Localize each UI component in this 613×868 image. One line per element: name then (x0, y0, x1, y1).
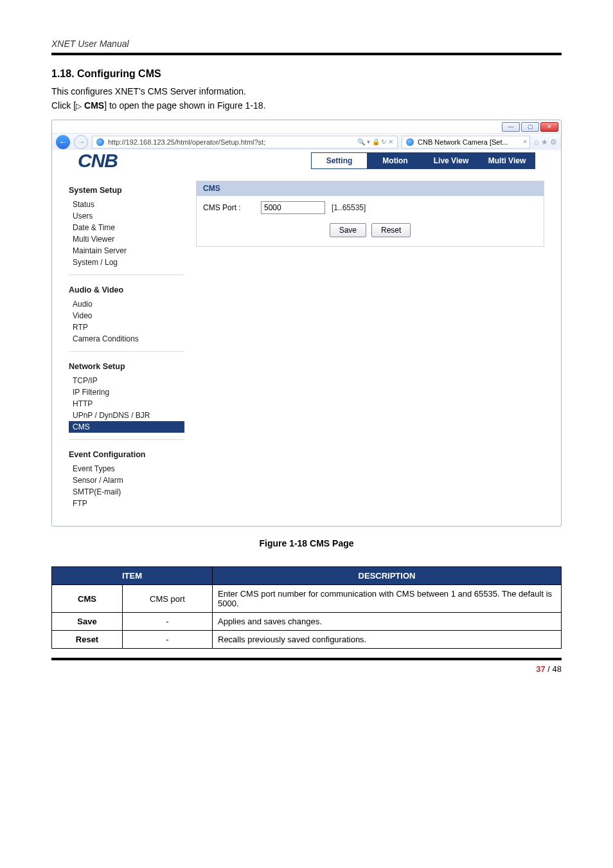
url-text: http://192.168.123.25/html/operator/Setu… (108, 138, 353, 146)
reset-button[interactable]: Reset (371, 223, 411, 237)
window-close-button[interactable]: ✕ (540, 122, 558, 132)
sidebar-group-av: Audio & Video Audio Video RTP Camera Con… (69, 285, 184, 352)
td-reset: Reset (52, 631, 123, 649)
td-cms: CMS (52, 585, 123, 613)
tab-motion[interactable]: Motion (367, 152, 423, 169)
app-top-row: CNB Setting Motion Live View Multi View (52, 150, 561, 181)
description-table: ITEM DESCRIPTION CMS CMS port Enter CMS … (51, 566, 562, 649)
section-title: 1.18. Configuring CMS (51, 68, 562, 80)
td-save-dash: - (123, 613, 213, 631)
header-rule (51, 53, 562, 55)
app-body: System Setup Status Users Date & Time Mu… (52, 181, 561, 526)
sidebar-head-network: Network Setup (69, 362, 184, 371)
sidebar-item-datetime[interactable]: Date & Time (69, 222, 184, 233)
table-row: CMS CMS port Enter CMS port number for c… (52, 585, 562, 613)
table-row: Save - Applies and saves changes. (52, 613, 562, 631)
nav-back-button[interactable]: ← (56, 135, 70, 149)
sidebar-item-audio[interactable]: Audio (69, 298, 184, 310)
th-description: DESCRIPTION (213, 567, 562, 585)
sidebar-item-rtp[interactable]: RTP (69, 321, 184, 333)
sidebar-head-av: Audio & Video (69, 285, 184, 294)
sidebar-head-event: Event Configuration (69, 450, 184, 459)
sidebar-item-http[interactable]: HTTP (69, 398, 184, 410)
tab-setting[interactable]: Setting (311, 152, 368, 169)
browser-window: — ▢ ✕ ← → http://192.168.123.25/html/ope… (51, 120, 562, 527)
cms-panel-title: CMS (197, 181, 544, 196)
sidebar-item-eventtypes[interactable]: Event Types (69, 463, 184, 475)
cms-port-row: CMS Port : [1..65535] (203, 201, 537, 214)
address-row: ← → http://192.168.123.25/html/operator/… (52, 133, 561, 150)
sidebar-item-upnp[interactable]: UPnP / DynDNS / BJR (69, 410, 184, 421)
app-logo: CNB (78, 150, 118, 172)
th-item: ITEM (52, 567, 213, 585)
sidebar-item-systemlog[interactable]: System / Log (69, 257, 184, 268)
browser-tab[interactable]: CNB Network Camera [Set... × (402, 136, 530, 149)
td-reset-dash: - (123, 631, 213, 649)
tab-title: CNB Network Camera [Set... (418, 138, 508, 146)
cms-port-input[interactable] (261, 201, 325, 214)
click-label: CMS (84, 100, 104, 111)
window-maximize-button[interactable]: ▢ (521, 122, 539, 132)
sidebar-item-tcpip[interactable]: TCP/IP (69, 375, 184, 386)
tab-close-icon[interactable]: × (523, 138, 527, 145)
cms-port-label: CMS Port : (203, 203, 254, 212)
browser-right-icons[interactable]: ⌂ ★ ⚙ (534, 138, 557, 147)
sidebar-item-multiviewer[interactable]: Multi Viewer (69, 233, 184, 245)
sidebar-head-system: System Setup (69, 186, 184, 195)
sidebar-item-cms[interactable]: CMS (69, 421, 184, 433)
td-save-desc: Applies and saves changes. (213, 613, 562, 631)
sidebar-item-users[interactable]: Users (69, 210, 184, 222)
main-panel: CMS CMS Port : [1..65535] Save Reset (191, 181, 544, 526)
cms-panel: CMS CMS Port : [1..65535] Save Reset (196, 181, 544, 247)
click-prefix: Click [ (51, 100, 76, 111)
triangle-icon: ▷ (76, 102, 82, 111)
sidebar-item-status[interactable]: Status (69, 199, 184, 210)
figure-caption: Figure 1-18 CMS Page (51, 538, 562, 548)
table-row: Reset - Recalls previously saved configu… (52, 631, 562, 649)
nav-forward-button[interactable]: → (74, 135, 88, 149)
page-number: 37 / 48 (51, 664, 562, 674)
sidebar-item-ftp[interactable]: FTP (69, 498, 184, 509)
sidebar-item-video[interactable]: Video (69, 310, 184, 321)
sidebar-group-system: System Setup Status Users Date & Time Mu… (69, 186, 184, 275)
sidebar-item-smtp[interactable]: SMTP(E-mail) (69, 486, 184, 498)
tab-multi-view[interactable]: Multi View (479, 152, 535, 169)
window-titlebar: — ▢ ✕ (52, 120, 561, 133)
sidebar: System Setup Status Users Date & Time Mu… (69, 181, 191, 526)
doc-header: XNET User Manual (51, 39, 562, 49)
sidebar-group-network: Network Setup TCP/IP IP Filtering HTTP U… (69, 362, 184, 440)
sidebar-item-camera-conditions[interactable]: Camera Conditions (69, 333, 184, 345)
page-current: 37 (536, 664, 545, 674)
sidebar-item-maintain[interactable]: Maintain Server (69, 245, 184, 257)
window-minimize-button[interactable]: — (502, 122, 520, 132)
td-save: Save (52, 613, 123, 631)
address-bar[interactable]: http://192.168.123.25/html/operator/Setu… (92, 136, 398, 149)
click-suffix: ] to open the page shown in Figure 1-18. (104, 100, 265, 111)
sidebar-item-ipfiltering[interactable]: IP Filtering (69, 386, 184, 398)
page-total: 48 (553, 664, 562, 674)
td-cms-desc: Enter CMS port number for communication … (213, 585, 562, 613)
td-cms-port: CMS port (123, 585, 213, 613)
tab-live-view[interactable]: Live View (423, 152, 479, 169)
click-instruction: Click [▷ CMS] to open the page shown in … (51, 100, 562, 111)
address-controls[interactable]: 🔍 ▾ 🔒 ↻ ✕ (357, 138, 393, 145)
ie-icon (96, 138, 104, 146)
cms-port-range: [1..65535] (332, 203, 366, 212)
tab-favicon (406, 138, 414, 146)
page-sep: / (546, 664, 553, 674)
save-button[interactable]: Save (330, 223, 366, 237)
sidebar-item-sensor[interactable]: Sensor / Alarm (69, 475, 184, 486)
td-reset-desc: Recalls previously saved configurations. (213, 631, 562, 649)
footer-rule (51, 658, 562, 660)
main-tabs: Setting Motion Live View Multi View (312, 152, 535, 169)
sidebar-group-event: Event Configuration Event Types Sensor /… (69, 450, 184, 516)
intro-text: This configures XNET's CMS Server inform… (51, 86, 562, 96)
